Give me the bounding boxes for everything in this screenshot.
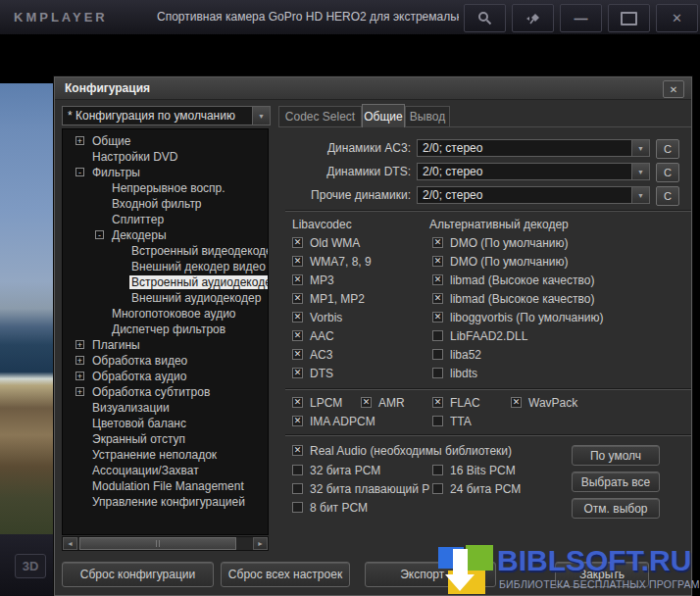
maximize-icon — [621, 12, 637, 25]
tree-item[interactable]: +Обработка видео — [63, 353, 268, 369]
checkbox[interactable]: ✕ — [292, 293, 303, 304]
maximize-button[interactable] — [608, 4, 650, 32]
expand-icon[interactable]: + — [75, 356, 84, 365]
tree-item[interactable]: Сплиттер — [63, 212, 268, 227]
3d-mode-button[interactable]: 3D — [15, 554, 46, 578]
checkbox[interactable] — [292, 465, 303, 475]
config-c-button[interactable]: C — [656, 139, 679, 159]
checkbox[interactable]: ✕ — [292, 237, 303, 248]
field-label: Прочие динамики: — [278, 188, 411, 202]
scroll-left-icon[interactable]: ◄ — [63, 537, 77, 550]
codec-row: ✕MP1, MP2 ✕libmad (Высокое качество) — [278, 291, 693, 309]
checkbox[interactable] — [432, 483, 443, 494]
checkbox[interactable]: ✕ — [511, 397, 522, 408]
checkbox[interactable]: ✕ — [292, 397, 303, 408]
tree-item[interactable]: Входной фильтр — [63, 196, 268, 212]
speakers-other-dropdown[interactable]: 2/0; стерео ▼ — [417, 186, 650, 204]
tree-item[interactable]: Настройки DVD — [63, 149, 268, 165]
chevron-down-icon[interactable]: ▼ — [631, 164, 649, 179]
default-button[interactable]: По умолч — [572, 445, 660, 466]
expand-icon[interactable]: + — [75, 372, 84, 380]
checkbox[interactable]: ✕ — [292, 330, 303, 341]
dialog-titlebar[interactable]: Конфигурация ✕ — [55, 77, 691, 100]
checkbox[interactable]: ✕ — [292, 349, 303, 360]
tree-item[interactable]: Многопотоковое аудио — [63, 306, 268, 322]
reset-all-button[interactable]: Сброс всех настроек — [221, 562, 350, 587]
close-button[interactable]: ✕ — [656, 4, 698, 32]
checkbox[interactable]: ✕ — [432, 293, 443, 304]
minimize-button[interactable]: — — [560, 4, 602, 32]
speakers-ac3-dropdown[interactable]: 2/0; стерео ▼ — [417, 139, 650, 157]
checkbox[interactable]: ✕ — [432, 397, 443, 408]
checkbox[interactable] — [432, 368, 443, 378]
preset-dropdown[interactable]: * Конфигурация по умолчанию ▼ — [62, 106, 271, 125]
expand-icon[interactable]: + — [75, 340, 84, 349]
speakers-ac3-row: Динамики AC3: 2/0; стерео ▼ C — [278, 139, 693, 157]
checkbox[interactable] — [292, 502, 303, 513]
chevron-down-icon[interactable]: ▼ — [252, 107, 270, 124]
search-button[interactable] — [464, 4, 506, 32]
scrollbar-thumb[interactable] — [79, 537, 236, 550]
tab-output[interactable]: Вывод — [405, 106, 450, 126]
tree-item[interactable]: -Фильтры — [63, 165, 268, 180]
tree-item[interactable]: Управление конфигурацией — [63, 494, 268, 510]
deselect-button[interactable]: Отм. выбор — [572, 498, 660, 519]
checkbox[interactable] — [432, 465, 443, 475]
tree-item[interactable]: Экранный отступ — [63, 431, 268, 447]
checkbox[interactable]: ✕ — [432, 237, 443, 248]
checkbox[interactable] — [432, 416, 443, 426]
tree-item-selected[interactable]: Встроенный аудиодекодер — [63, 274, 268, 290]
checkbox[interactable]: ✕ — [292, 368, 303, 378]
tree-item[interactable]: -Декодеры — [63, 227, 268, 243]
tree-item[interactable]: Внешний декодер видео — [63, 259, 268, 274]
chevron-down-icon[interactable]: ▼ — [631, 140, 649, 156]
tab-codec-select[interactable]: Codec Select — [278, 106, 362, 126]
tree-item[interactable]: +Обработка аудио — [63, 369, 268, 384]
checkbox[interactable]: ✕ — [292, 256, 303, 267]
collapse-icon[interactable]: - — [75, 168, 84, 176]
checkbox[interactable]: ✕ — [292, 274, 303, 285]
tree-item[interactable]: Ассоциации/Захват — [63, 463, 268, 478]
config-c-button[interactable]: C — [656, 163, 679, 182]
tree-item[interactable]: Modulation File Management — [63, 478, 268, 494]
tree-item[interactable]: +Обработка субтитров — [63, 384, 268, 400]
config-c-button[interactable]: C — [656, 186, 679, 206]
checkbox[interactable] — [432, 330, 443, 341]
select-all-button[interactable]: Выбрать все — [572, 472, 660, 492]
checkbox[interactable] — [432, 349, 443, 360]
collapse-icon[interactable]: - — [95, 230, 104, 239]
checkbox[interactable]: ✕ — [432, 312, 443, 323]
checkbox[interactable] — [292, 483, 303, 494]
checkbox[interactable]: ✕ — [361, 397, 372, 408]
tree-item[interactable]: Цветовой баланс — [63, 416, 268, 431]
tree-item[interactable]: Визуализации — [63, 400, 268, 416]
tree-hscrollbar[interactable]: ◄ ► — [62, 536, 269, 551]
checkbox[interactable]: ✕ — [292, 312, 303, 323]
tree-item[interactable]: +Общие — [63, 133, 268, 149]
tab-general[interactable]: Общие — [362, 104, 405, 127]
pin-button[interactable] — [512, 4, 554, 32]
media-title: Спортивная камера GoPro HD HERO2 для экс… — [157, 10, 459, 24]
tree-item[interactable]: Устранение неполадок — [63, 447, 268, 463]
dialog-close-button[interactable]: ✕ — [663, 80, 684, 98]
kmplayer-window: KMPLAYER Спортивная камера GoPro HD HERO… — [0, 0, 700, 596]
settings-tree: +Общие Настройки DVD -Фильтры Непрерывно… — [62, 128, 269, 535]
tree-item[interactable]: Внешний аудиодекодер — [63, 290, 268, 306]
tree-item[interactable]: Непрерывное воспр. — [63, 180, 268, 196]
expand-icon[interactable]: + — [75, 387, 84, 396]
field-label: Динамики AC3: — [278, 141, 411, 155]
checkbox[interactable]: ✕ — [432, 256, 443, 267]
close-icon: ✕ — [672, 11, 682, 25]
checkbox[interactable]: ✕ — [292, 416, 303, 426]
checkbox[interactable]: ✕ — [292, 445, 303, 456]
expand-icon[interactable]: + — [75, 136, 84, 145]
codec-row: ✕WMA7, 8, 9 ✕DMO (По умолчанию) — [278, 254, 693, 272]
tree-item[interactable]: +Плагины — [63, 337, 268, 353]
tree-item[interactable]: Диспетчер фильтров — [63, 322, 268, 337]
scroll-right-icon[interactable]: ► — [253, 537, 268, 550]
speakers-dts-dropdown[interactable]: 2/0; стерео ▼ — [417, 163, 650, 180]
reset-config-button[interactable]: Сброс конфигурации — [62, 562, 214, 587]
checkbox[interactable]: ✕ — [432, 274, 443, 285]
chevron-down-icon[interactable]: ▼ — [631, 187, 649, 203]
tree-item[interactable]: Встроенный видеодекодер — [63, 243, 268, 259]
